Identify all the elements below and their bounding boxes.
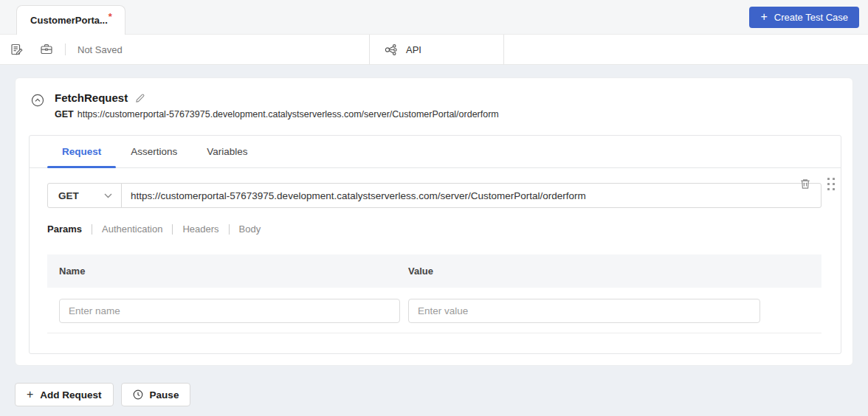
- request-name: FetchRequest: [55, 91, 128, 104]
- tab-request[interactable]: Request: [47, 136, 116, 167]
- request-subtabs: Params Authentication Headers Body: [47, 223, 822, 235]
- request-tabs: Request Assertions Variables: [30, 136, 841, 168]
- param-value-input[interactable]: [408, 299, 760, 323]
- params-table: Name Value: [47, 254, 822, 333]
- tab-assertions[interactable]: Assertions: [116, 136, 192, 167]
- http-method-value: GET: [58, 190, 79, 201]
- tab-request-label: Request: [62, 146, 101, 157]
- pause-button[interactable]: Pause: [121, 383, 191, 406]
- request-summary: GEThttps://customerportal-57673975.devel…: [55, 109, 499, 119]
- project-button[interactable]: [40, 43, 53, 56]
- edit-document-button[interactable]: [10, 43, 24, 56]
- method-url-row: GET: [47, 183, 822, 208]
- test-case-builder: CustomerPorta...* + Create Test Case: [0, 0, 868, 416]
- rename-pencil-icon[interactable]: [135, 93, 145, 103]
- briefcase-icon: [40, 43, 53, 56]
- save-status-text: Not Saved: [78, 44, 123, 55]
- unsaved-indicator: *: [108, 11, 112, 22]
- column-header-name: Name: [47, 266, 404, 277]
- params-table-header: Name Value: [47, 254, 822, 288]
- footer-actions: + Add Request Pause: [15, 383, 853, 406]
- summary-url: https://customerportal-57673975.developm…: [78, 109, 499, 119]
- tab-customerportal[interactable]: CustomerPorta...*: [16, 5, 125, 35]
- api-label: API: [406, 44, 421, 55]
- chevron-up-circle-icon: [31, 94, 44, 107]
- divider: [92, 224, 92, 235]
- trash-icon: [799, 178, 811, 190]
- subtab-authentication[interactable]: Authentication: [102, 223, 162, 235]
- request-detail-panel: Request Assertions Variables GET: [29, 135, 841, 354]
- top-tab-bar: CustomerPorta...* + Create Test Case: [0, 0, 868, 35]
- drag-handle[interactable]: [827, 178, 835, 190]
- tab-variables[interactable]: Variables: [192, 136, 262, 167]
- param-row: [47, 299, 822, 333]
- divider: [229, 224, 230, 235]
- subtab-params[interactable]: Params: [47, 223, 82, 235]
- param-name-input[interactable]: [59, 299, 400, 323]
- column-header-value: Value: [404, 266, 433, 277]
- tab-variables-label: Variables: [207, 146, 247, 157]
- edit-document-icon: [10, 43, 24, 56]
- toolbar-left-group: Not Saved: [0, 43, 123, 56]
- tab-assertions-label: Assertions: [131, 146, 177, 157]
- request-card: FetchRequest GEThttps://customerportal-5…: [15, 77, 853, 366]
- api-nodes-icon: [384, 43, 398, 57]
- summary-method: GET: [55, 109, 74, 119]
- http-method-select[interactable]: GET: [47, 183, 122, 208]
- create-test-case-button[interactable]: + Create Test Case: [749, 7, 859, 28]
- add-request-button[interactable]: + Add Request: [15, 383, 114, 406]
- request-title-block: FetchRequest GEThttps://customerportal-5…: [55, 91, 499, 119]
- create-test-case-label: Create Test Case: [774, 12, 848, 23]
- api-section[interactable]: API: [369, 35, 504, 64]
- url-input[interactable]: [121, 183, 822, 208]
- subtab-headers[interactable]: Headers: [182, 223, 218, 235]
- canvas-area: FetchRequest GEThttps://customerportal-5…: [0, 65, 868, 406]
- collapse-request-button[interactable]: [31, 94, 44, 107]
- plus-icon: +: [27, 388, 33, 401]
- subtab-body[interactable]: Body: [239, 223, 261, 235]
- divider: [172, 224, 173, 235]
- request-card-header: FetchRequest GEThttps://customerportal-5…: [16, 78, 852, 119]
- tab-title: CustomerPorta...: [30, 15, 108, 26]
- card-actions: [799, 178, 835, 190]
- divider: [65, 44, 66, 55]
- add-request-label: Add Request: [40, 389, 101, 401]
- toolbar: Not Saved API: [0, 35, 868, 65]
- pause-label: Pause: [150, 389, 179, 401]
- request-panel: GET Params Authentication: [30, 168, 841, 353]
- delete-request-button[interactable]: [799, 178, 811, 190]
- plus-icon: +: [760, 11, 767, 23]
- chevron-down-icon: [104, 193, 112, 198]
- clock-icon: [133, 389, 143, 400]
